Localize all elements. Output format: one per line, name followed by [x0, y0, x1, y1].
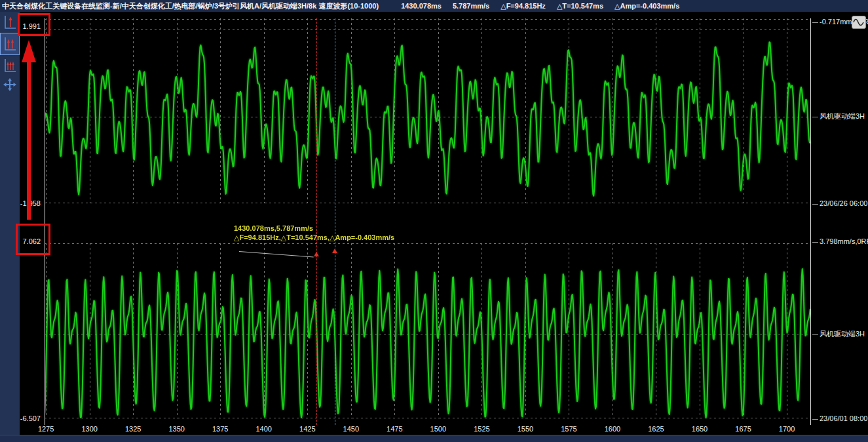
x-tick-label: 1450 [337, 425, 366, 433]
cursor-annotation-line1: 1430.078ms,5.787mm/s [234, 224, 313, 232]
red-measurement-cursor[interactable] [316, 18, 317, 425]
waveform-chart-top[interactable] [45, 18, 810, 203]
waveform-mode-button[interactable] [852, 16, 866, 29]
x-tick-label: 1625 [641, 425, 670, 433]
dual-trace-icon [3, 36, 17, 52]
left-axis-line [45, 18, 45, 425]
chart2-current-value-label: 3.798mm/s,0RPM [812, 237, 868, 246]
chart1-timestamp-label: 23/06/26 06:00:00 [812, 199, 868, 208]
waveform-chart-bottom[interactable] [45, 243, 810, 418]
triple-trace-icon [3, 58, 17, 73]
x-tick-label: 1400 [250, 425, 278, 433]
pan-tool-button[interactable] [1, 76, 18, 93]
x-tick-label: 1350 [162, 425, 191, 433]
dual-trace-view-button[interactable] [0, 33, 20, 55]
x-tick-label: 1550 [511, 425, 540, 433]
readout-cursor-amplitude: 5.787mm/s [453, 2, 489, 10]
triple-trace-view-button[interactable] [1, 57, 18, 74]
x-tick-label: 1675 [729, 425, 758, 433]
chart1-ymin-label: -1.958 [0, 199, 41, 208]
x-tick-label: 1475 [380, 425, 409, 433]
annotation-highlight-box-ymax2 [16, 224, 50, 255]
chart2-ymin-label: -6.507 [0, 414, 41, 423]
x-tick-label: 1325 [119, 425, 147, 433]
x-tick-label: 1275 [31, 425, 60, 433]
x-tick-label: 1425 [293, 425, 322, 433]
x-tick-label: 1300 [75, 425, 104, 433]
x-tick-label: 1575 [554, 425, 583, 433]
annotation-arrow-shaft [27, 62, 31, 220]
blue-measurement-cursor[interactable] [335, 18, 335, 425]
breadcrumb: 中天合创煤化工关键设备在线监测-新/中天合创煤化工/热电部/锅炉/3号炉引风机A… [2, 1, 379, 11]
red-cursor-peak-marker [314, 252, 319, 256]
chart1-channel-label: 风机驱动端3H [812, 111, 865, 121]
readout-delta-amplitude: △Amp=-0.403mm/s [614, 2, 679, 10]
bottom-status-bar [0, 435, 868, 442]
sine-wave-icon [853, 18, 865, 27]
x-tick-label: 1500 [424, 425, 453, 433]
readout-delta-frequency: △F=94.815Hz [500, 2, 546, 10]
x-tick-label: 1600 [598, 425, 627, 433]
readout-cursor-time: 1430.078ms [401, 2, 442, 10]
annotation-highlight-box-ymax [18, 13, 50, 36]
pan-move-icon [3, 78, 16, 91]
blue-cursor-peak-marker [332, 249, 337, 253]
x-tick-label: 1700 [772, 425, 801, 433]
chart2-timestamp-label: 23/06/01 08:00:00 [812, 414, 868, 423]
chart2-channel-label: 风机驱动端3H [812, 329, 865, 338]
annotation-arrow-head [22, 40, 36, 62]
x-tick-label: 1525 [467, 425, 496, 433]
cursor-annotation-line2: △F=94.815Hz,△T=10.547ms,△Amp=-0.403mm/s [234, 233, 394, 242]
title-bar: 中天合创煤化工关键设备在线监测-新/中天合创煤化工/热电部/锅炉/3号炉引风机A… [0, 0, 868, 12]
right-axis-line [810, 18, 811, 425]
x-tick-label: 1650 [685, 425, 714, 433]
x-tick-label: 1375 [206, 425, 235, 433]
readout-delta-time: △T=10.547ms [557, 2, 603, 10]
